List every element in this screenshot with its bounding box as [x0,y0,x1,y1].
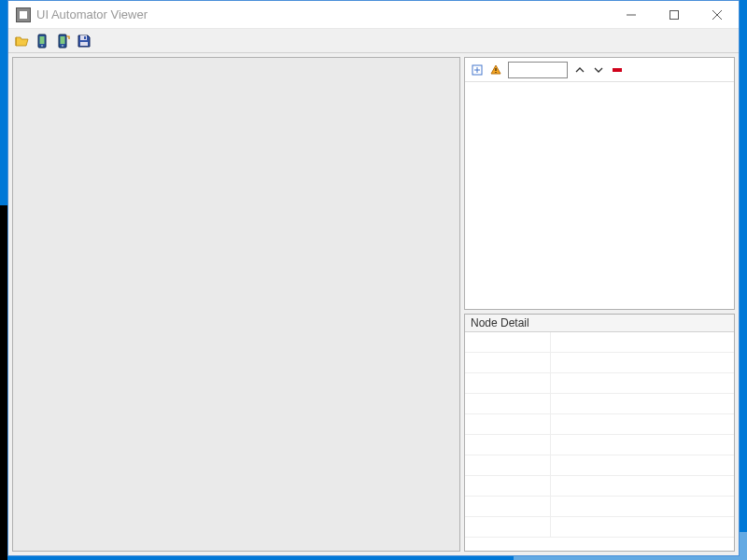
node-detail-panel: Node Detail [464,314,735,552]
search-next-button[interactable] [592,63,605,77]
save-button[interactable] [76,33,92,49]
expand-icon [472,64,483,76]
save-icon [77,34,92,49]
table-row [465,497,734,517]
close-icon [712,10,722,20]
screenshot-panel[interactable] [12,57,460,552]
device-icon [35,34,50,49]
svg-rect-18 [613,68,622,72]
node-detail-header: Node Detail [465,315,734,332]
svg-point-17 [495,71,496,72]
chevron-up-icon [575,65,585,75]
expand-all-button[interactable] [471,63,484,77]
table-row [465,394,734,414]
right-panels: Node Detail [464,57,735,552]
svg-rect-1 [670,10,679,19]
close-button[interactable] [696,1,739,28]
clear-icon [613,67,622,73]
open-button[interactable] [14,33,31,49]
hierarchy-panel [464,57,735,310]
table-row [465,455,734,476]
toggle-naf-button[interactable] [489,63,502,77]
maximize-icon [669,10,679,20]
svg-rect-11 [84,36,86,39]
minimize-button[interactable] [610,1,653,28]
svg-point-6 [41,45,43,47]
table-row [465,476,734,497]
folder-open-icon [15,34,30,49]
node-detail-table[interactable] [465,332,734,551]
search-input[interactable] [508,62,568,78]
table-row [465,517,734,538]
content-area: Node Detail [8,53,739,555]
titlebar[interactable]: UI Automator Viewer [8,1,739,29]
svg-rect-5 [40,36,45,44]
device-compressed-icon [56,34,71,49]
svg-point-9 [62,45,63,47]
hierarchy-tree[interactable] [465,82,734,309]
window-controls [610,1,739,28]
minimize-icon [627,10,636,20]
hierarchy-toolbar [465,58,734,82]
table-row [465,414,734,435]
device-screenshot-button[interactable] [35,33,51,49]
app-window: UI Automator Viewer [7,0,740,556]
table-row [465,332,734,353]
desktop-window-behind [0,205,7,560]
search-prev-button[interactable] [573,63,586,77]
warning-icon [490,64,501,76]
maximize-button[interactable] [653,1,696,28]
table-row [465,435,734,455]
device-screenshot-compressed-button[interactable] [55,33,72,49]
svg-rect-8 [61,36,65,44]
table-row [465,373,734,394]
window-title: UI Automator Viewer [36,7,610,21]
search-clear-button[interactable] [611,63,624,77]
table-row [465,353,734,373]
app-icon [16,7,31,22]
chevron-down-icon [594,65,603,75]
main-toolbar [8,29,739,53]
svg-rect-12 [80,42,88,46]
